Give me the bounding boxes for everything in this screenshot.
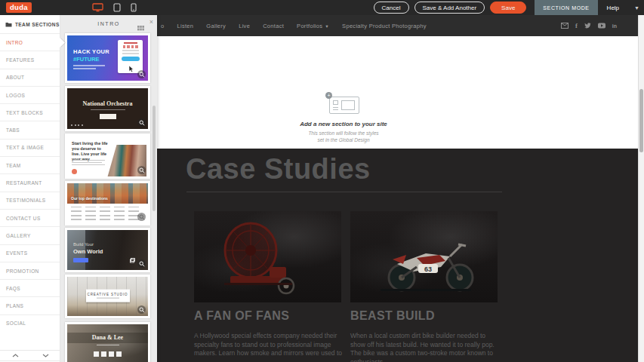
thumb-table xyxy=(67,204,148,223)
topbar-actions: Cancel Save & Add Another Save SECTION M… xyxy=(374,0,644,15)
linkedin-icon[interactable]: in xyxy=(612,23,617,29)
chevron-down-icon[interactable]: ▼ xyxy=(634,5,639,11)
zoom-preview-icon[interactable] xyxy=(137,213,146,221)
close-icon[interactable]: × xyxy=(149,18,153,26)
fan-machine-image xyxy=(194,211,341,302)
add-section-placeholder: + Add a new section to your site This se… xyxy=(283,95,404,143)
chevron-up-icon[interactable] xyxy=(0,351,30,360)
section-heading: Case Studies xyxy=(186,153,371,186)
nav-social-icons: f in xyxy=(561,15,617,36)
sidebar-item-promotion[interactable]: PROMOTION xyxy=(0,262,60,279)
save-add-another-button[interactable]: Save & Add Another xyxy=(414,2,485,14)
sidebar-item-logos[interactable]: LOGOS xyxy=(0,86,60,103)
zoom-preview-icon[interactable] xyxy=(137,70,146,78)
sections-sidebar: TEAM SECTIONS INTRO FEATURES ABOUT LOGOS… xyxy=(0,15,60,362)
sidebar-item-intro[interactable]: INTRO xyxy=(0,33,60,51)
carousel-dots xyxy=(71,124,83,126)
panel-header: INTRO × xyxy=(60,15,157,32)
section-templates-panel: INTRO × HACK YOUR #FUTURE xyxy=(60,15,157,362)
template-thumbnail-build-your-own-world[interactable]: Build Your Own World xyxy=(65,228,150,272)
panel-title: INTRO xyxy=(97,21,119,26)
sidebar-item-faqs[interactable]: FAQS xyxy=(0,279,60,296)
facebook-icon[interactable]: f xyxy=(575,22,578,29)
nav-item-clipped[interactable]: o xyxy=(161,23,164,29)
template-thumbnail-hack-your-future[interactable]: HACK YOUR #FUTURE xyxy=(65,33,150,83)
nav-item-listen[interactable]: Listen xyxy=(177,23,193,29)
case-study-title: BEAST BUILD xyxy=(350,309,498,323)
thumb-title: National Orchestra xyxy=(67,100,148,107)
duda-logo[interactable]: duda xyxy=(6,2,32,13)
nav-item-gallery[interactable]: Gallery xyxy=(206,23,226,29)
sidebar-item-social[interactable]: SOCIAL xyxy=(0,314,60,332)
grid-view-icon[interactable] xyxy=(137,20,144,34)
sidebar-item-contact-us[interactable]: CONTACT US xyxy=(0,209,60,226)
cursor-icon xyxy=(129,66,134,72)
save-button[interactable]: Save xyxy=(490,2,526,14)
mobile-view-icon[interactable] xyxy=(131,3,137,12)
thumb-button xyxy=(73,258,88,262)
template-thumbnail-live-your-way[interactable]: Start living the life you deserve to liv… xyxy=(65,133,150,179)
add-section-dropzone[interactable]: + Add a new section to your site This se… xyxy=(157,36,638,149)
thumb-button xyxy=(100,114,116,119)
case-study-card-fan: A FAN OF FANS A Hollywood special effect… xyxy=(194,211,341,358)
thumb-cta-circle xyxy=(72,169,77,174)
app-window: duda Cancel Save & Add Another Save SECT… xyxy=(0,0,644,362)
template-thumbnail-creative-studio[interactable]: CREATIVE STUDIO xyxy=(65,275,150,318)
sidebar-item-gallery[interactable]: GALLERY xyxy=(0,226,60,244)
template-thumbnail-dana-lee[interactable]: Dana & Lee xyxy=(65,322,150,362)
zoom-preview-icon[interactable] xyxy=(137,118,146,127)
case-study-body: A Hollywood special effects company need… xyxy=(194,332,344,358)
tablet-view-icon[interactable] xyxy=(113,3,121,12)
folder-icon xyxy=(5,22,12,27)
top-bar: duda Cancel Save & Add Another Save SECT… xyxy=(0,0,644,15)
thumb-center-card: CREATIVE STUDIO xyxy=(86,290,130,302)
template-thumbnail-top-destinations[interactable]: Our top destinations xyxy=(65,181,150,225)
sidebar-item-restaurant[interactable]: RESTAURANT xyxy=(0,173,60,191)
sidebar-item-features[interactable]: FEATURES xyxy=(0,51,60,68)
zoom-preview-icon[interactable] xyxy=(137,166,146,174)
sidebar-item-events[interactable]: EVENTS xyxy=(0,244,60,262)
heading-divider xyxy=(186,192,502,192)
sidebar-item-text-image[interactable]: TEXT & IMAGE xyxy=(0,139,60,156)
page-scrollbar-thumb[interactable] xyxy=(639,89,643,152)
nav-item-portfolios[interactable]: Portfolios▼ xyxy=(297,23,329,29)
thumb-headline: Build Your xyxy=(73,242,94,247)
sidebar-item-text-blocks[interactable]: TEXT BLOCKS xyxy=(0,103,60,121)
panel-scrollbar-thumb[interactable] xyxy=(153,106,156,211)
thumb-headline-accent: #FUTURE xyxy=(73,56,100,63)
sidebar-item-plans[interactable]: PLANS xyxy=(0,296,60,314)
site-nav-bar: o Listen Gallery Live Contact Portfolios… xyxy=(157,15,638,36)
thumb-headline-2: Own World xyxy=(73,248,103,255)
chevron-down-icon[interactable] xyxy=(30,351,60,360)
chevron-down-icon: ▼ xyxy=(325,24,329,29)
cancel-button[interactable]: Cancel xyxy=(374,2,409,14)
zoom-preview-icon[interactable] xyxy=(137,305,146,314)
sidebar-item-testimonials[interactable]: TESTIMONIALS xyxy=(0,192,60,209)
email-icon[interactable] xyxy=(561,23,569,29)
twitter-icon[interactable] xyxy=(584,23,591,29)
add-badge-icon: + xyxy=(325,92,332,99)
case-study-body: When a local custom dirt bike builder ne… xyxy=(350,332,500,362)
sidebar-item-tabs[interactable]: TABS xyxy=(0,121,60,138)
nav-item-contact[interactable]: Contact xyxy=(263,23,284,29)
sidebar-header: TEAM SECTIONS xyxy=(0,15,60,33)
section-mode-badge: SECTION MODE xyxy=(535,0,597,15)
zoom-preview-icon[interactable] xyxy=(137,259,146,268)
sidebar-scroll-arrows xyxy=(0,350,60,361)
template-thumbnail-national-orchestra[interactable]: National Orchestra xyxy=(65,86,150,131)
sidebar-item-team[interactable]: TEAM xyxy=(0,156,60,173)
nav-item-specialty-product-photography[interactable]: Specialty Product Photography xyxy=(342,23,427,29)
thumb-headline: HACK YOUR xyxy=(73,48,109,55)
page-scrollbar xyxy=(638,15,644,362)
svg-text:63: 63 xyxy=(424,265,432,273)
help-menu[interactable]: Help xyxy=(607,5,619,11)
youtube-icon[interactable] xyxy=(598,23,605,29)
desktop-view-icon[interactable] xyxy=(92,3,103,12)
device-switcher xyxy=(92,0,137,15)
thumb-text: Start living the life you deserve to liv… xyxy=(72,141,109,162)
thumb-title: Dana & Lee xyxy=(67,334,148,341)
case-study-card-bike: 63 BEAST BUILD When a local custom dirt … xyxy=(350,211,498,362)
sidebar-item-about[interactable]: ABOUT xyxy=(0,69,60,86)
placeholder-subtitle: This section will follow the styles set … xyxy=(283,130,404,143)
nav-item-live[interactable]: Live xyxy=(239,23,250,29)
